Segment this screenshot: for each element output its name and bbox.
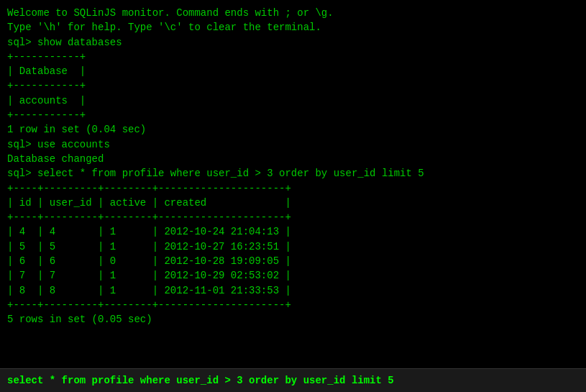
terminal-output: Welcome to SQLinJS monitor. Command ends… bbox=[0, 0, 586, 368]
terminal-line: +-----------+ bbox=[7, 78, 579, 93]
terminal-line: | Database | bbox=[7, 64, 579, 78]
terminal-line: | accounts | bbox=[7, 94, 579, 108]
terminal-line: 1 row in set (0.04 sec) bbox=[7, 122, 579, 137]
terminal-line: | 5 | 5 | 1 | 2012-10-27 16:23:51 | bbox=[7, 240, 579, 254]
terminal-line: sql> use accounts bbox=[7, 137, 579, 152]
terminal-line: | 7 | 7 | 1 | 2012-10-29 02:53:02 | bbox=[7, 268, 579, 283]
terminal-line: | 8 | 8 | 1 | 2012-11-01 21:33:53 | bbox=[7, 283, 579, 298]
terminal-line: Welcome to SQLinJS monitor. Command ends… bbox=[7, 6, 579, 20]
terminal-line: sql> select * from profile where user_id… bbox=[7, 166, 579, 181]
terminal-window: Welcome to SQLinJS monitor. Command ends… bbox=[0, 0, 586, 392]
terminal-line: | 4 | 4 | 1 | 2012-10-24 21:04:13 | bbox=[7, 224, 579, 239]
terminal-line: Type '\h' for help. Type '\c' to clear t… bbox=[7, 20, 579, 35]
terminal-line: | id | user_id | active | created | bbox=[7, 196, 579, 210]
terminal-line: Database changed bbox=[7, 152, 579, 166]
terminal-line: +-----------+ bbox=[7, 50, 579, 64]
terminal-line: +-----------+ bbox=[7, 108, 579, 122]
command-bar[interactable]: select * from profile where user_id > 3 … bbox=[0, 368, 586, 392]
terminal-line: +----+---------+--------+---------------… bbox=[7, 210, 579, 224]
terminal-line: +----+---------+--------+---------------… bbox=[7, 298, 579, 312]
terminal-line: sql> show databases bbox=[7, 35, 579, 50]
terminal-line: | 6 | 6 | 0 | 2012-10-28 19:09:05 | bbox=[7, 254, 579, 268]
terminal-line: 5 rows in set (0.05 sec) bbox=[7, 312, 579, 327]
terminal-line: +----+---------+--------+---------------… bbox=[7, 181, 579, 196]
